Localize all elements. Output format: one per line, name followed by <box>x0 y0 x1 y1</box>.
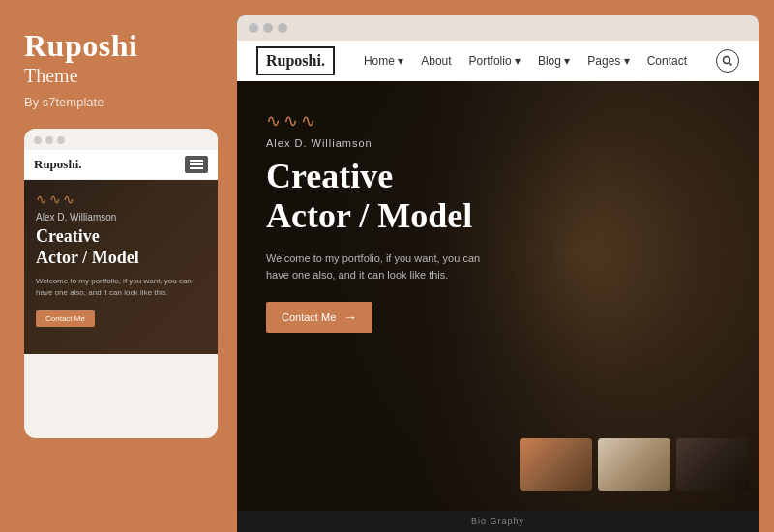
nav-link-contact[interactable]: Contact <box>647 54 687 68</box>
search-icon[interactable] <box>716 49 739 73</box>
mobile-logo: Ruposhi. <box>34 157 82 172</box>
brand-title: Ruposhi <box>24 29 218 63</box>
svg-line-1 <box>729 63 732 66</box>
desktop-dots-bar <box>237 15 759 41</box>
footer-text: Bio Graphy <box>471 517 524 526</box>
svg-point-0 <box>724 57 730 64</box>
mobile-mockup: Ruposhi. ∿∿∿ Alex D. Williamson Creative… <box>24 129 218 438</box>
mobile-hero-heading: Creative Actor / Model <box>36 226 206 268</box>
hero-heading: Creative Actor / Model <box>266 157 494 237</box>
mobile-dot-3 <box>57 136 65 144</box>
mobile-dot-1 <box>34 136 42 144</box>
hero-contact-button[interactable]: Contact Me → <box>266 302 372 333</box>
desktop-dot-3 <box>278 23 287 33</box>
thumbnail-1[interactable] <box>520 438 592 491</box>
mobile-person-name: Alex D. Williamson <box>36 212 206 222</box>
thumbnail-2[interactable] <box>598 438 670 491</box>
desktop-dot-1 <box>249 23 258 33</box>
mobile-dot-2 <box>45 136 53 144</box>
hero-thumbnails <box>520 438 749 491</box>
hero-content: ∿∿∿ Alex D. Williamson Creative Actor / … <box>237 81 523 362</box>
desktop-mockup: Ruposhi. Home ▾ About Portfolio ▾ Blog ▾… <box>237 15 759 532</box>
mobile-hero: ∿∿∿ Alex D. Williamson Creative Actor / … <box>24 180 218 354</box>
desktop-footer-bar: Bio Graphy <box>237 511 759 532</box>
mobile-hero-paragraph: Welcome to my portfolio, if you want, yo… <box>36 276 206 297</box>
mobile-hamburger-icon[interactable] <box>185 156 208 173</box>
desktop-hero: ∿∿∿ Alex D. Williamson Creative Actor / … <box>237 81 759 511</box>
nav-link-portfolio[interactable]: Portfolio ▾ <box>469 54 521 68</box>
thumbnail-3[interactable] <box>676 438 749 491</box>
nav-link-about[interactable]: About <box>421 54 451 68</box>
arrow-icon: → <box>343 310 357 325</box>
nav-link-blog[interactable]: Blog ▾ <box>538 54 570 68</box>
mobile-wavy-icon: ∿∿∿ <box>36 192 206 208</box>
desktop-nav-links: Home ▾ About Portfolio ▾ Blog ▾ Pages ▾ … <box>364 54 687 68</box>
mobile-contact-button[interactable]: Contact Me <box>36 310 95 327</box>
desktop-logo: Ruposhi. <box>256 46 335 75</box>
desktop-dot-2 <box>263 23 273 33</box>
brand-subtitle: Theme <box>24 65 218 87</box>
nav-link-pages[interactable]: Pages ▾ <box>587 54 629 68</box>
brand-author: By s7template <box>24 95 218 109</box>
left-panel: Ruposhi Theme By s7template Ruposhi. ∿∿∿… <box>0 0 237 532</box>
hero-paragraph: Welcome to my portfolio, if you want, yo… <box>266 251 494 284</box>
mobile-navbar: Ruposhi. <box>24 150 218 180</box>
nav-link-home[interactable]: Home ▾ <box>364 54 403 68</box>
desktop-navbar: Ruposhi. Home ▾ About Portfolio ▾ Blog ▾… <box>237 41 759 81</box>
mobile-dots-bar <box>24 129 218 150</box>
hero-person-name: Alex D. Williamson <box>266 137 494 149</box>
hero-wavy-icon: ∿∿∿ <box>266 110 494 132</box>
